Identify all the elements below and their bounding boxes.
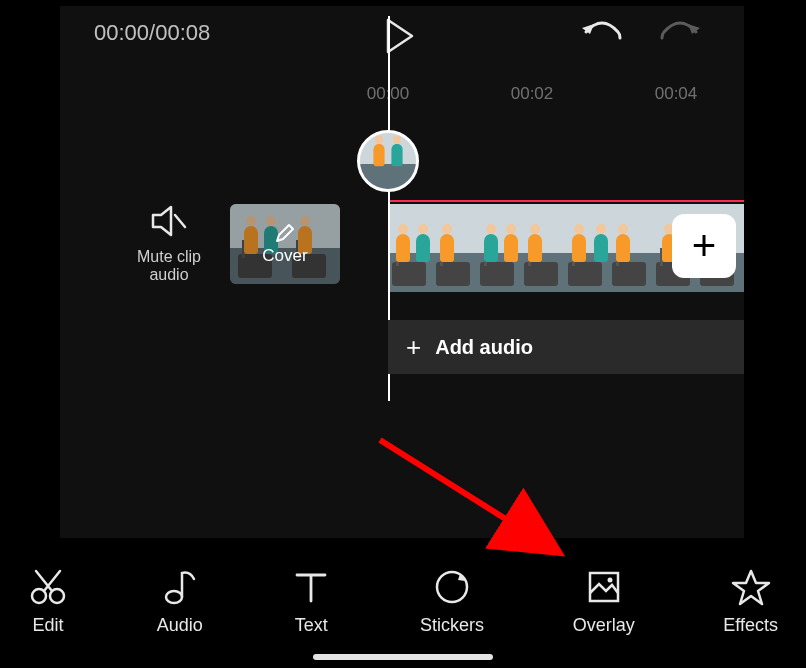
- top-bar: 00:00/00:08: [60, 6, 744, 66]
- tool-label: Audio: [157, 615, 203, 636]
- bottom-toolbar: Edit Audio Text Stickers Overlay Effects: [28, 546, 778, 636]
- tool-text[interactable]: Text: [291, 567, 331, 636]
- plus-icon: +: [692, 222, 717, 270]
- add-clip-button[interactable]: +: [672, 214, 736, 278]
- timecode-display: 00:00/00:08: [94, 20, 210, 46]
- star-icon: [731, 567, 771, 607]
- add-audio-label: Add audio: [435, 336, 533, 359]
- timeline-area[interactable]: Mute clipaudio Cover: [60, 118, 744, 423]
- tool-stickers[interactable]: Stickers: [420, 567, 484, 636]
- mute-clip-audio-button[interactable]: Mute clipaudio: [124, 204, 214, 285]
- plus-icon: +: [406, 332, 421, 363]
- tool-edit[interactable]: Edit: [28, 567, 68, 636]
- scissors-icon: [28, 567, 68, 607]
- tool-label: Effects: [723, 615, 778, 636]
- tool-label: Stickers: [420, 615, 484, 636]
- redo-button[interactable]: [658, 18, 702, 56]
- overlay-image-icon: [584, 567, 624, 607]
- tool-label: Text: [295, 615, 328, 636]
- home-indicator: [313, 654, 493, 660]
- timeline-ruler[interactable]: 00:00 00:02 00:04: [60, 84, 744, 114]
- play-button[interactable]: [378, 16, 418, 60]
- track-boundary-line: [388, 200, 744, 202]
- music-note-icon: [160, 567, 200, 607]
- pencil-icon: [274, 222, 296, 244]
- ruler-tick: 00:04: [655, 84, 698, 104]
- cover-label: Cover: [262, 246, 307, 266]
- tool-label: Overlay: [573, 615, 635, 636]
- speaker-muted-icon: [149, 204, 189, 238]
- playhead-knob[interactable]: [357, 130, 419, 192]
- cover-button[interactable]: Cover: [230, 204, 340, 284]
- svg-point-6: [607, 578, 612, 583]
- sticker-icon: [432, 567, 472, 607]
- ruler-tick: 00:02: [511, 84, 554, 104]
- mute-label-2: audio: [149, 266, 188, 283]
- editor-panel: 00:00/00:08 00:00 00:02 00:04 Mute clipa…: [60, 6, 744, 538]
- text-icon: [291, 567, 331, 607]
- add-audio-button[interactable]: + Add audio: [388, 320, 744, 374]
- tool-label: Edit: [32, 615, 63, 636]
- tool-effects[interactable]: Effects: [723, 567, 778, 636]
- svg-point-3: [166, 591, 182, 603]
- tool-overlay[interactable]: Overlay: [573, 567, 635, 636]
- undo-button[interactable]: [580, 18, 624, 56]
- tool-audio[interactable]: Audio: [157, 567, 203, 636]
- svg-line-0: [175, 215, 185, 227]
- mute-label-1: Mute clip: [137, 248, 201, 265]
